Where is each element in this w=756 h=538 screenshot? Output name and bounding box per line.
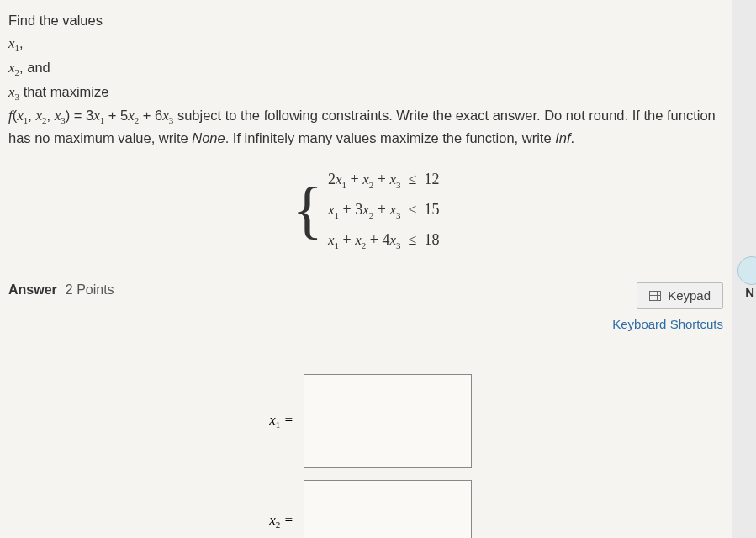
keypad-button[interactable]: Keypad: [637, 282, 723, 309]
x2-input[interactable]: [304, 480, 472, 538]
question-text: Find the values x1, x2, and x3 that maxi…: [0, 0, 732, 272]
x1-label: x1 =: [260, 412, 293, 430]
x2-input-row: x2 =: [260, 480, 472, 538]
answer-section: Answer2 Points Keypad Keyboard Shortcuts…: [0, 272, 732, 538]
brace-icon: {: [293, 177, 323, 241]
constraints-block: { 2x1 + x2 + x3 ≤ 12 x1 + 3x2 + x3 ≤ 15 …: [8, 164, 723, 255]
x1-input-row: x1 =: [260, 374, 472, 468]
keypad-label: Keypad: [668, 288, 711, 303]
x2-label: x2 =: [260, 512, 293, 530]
x1-input[interactable]: [304, 374, 472, 468]
var1-line: x1,: [8, 33, 723, 55]
var2-line: x2, and: [8, 57, 723, 80]
constraint-row-2: x1 + 3x2 + x3 ≤ 15: [328, 194, 439, 224]
function-line: f(x1, x2, x3) = 3x1 + 5x2 + 6x3 subject …: [8, 105, 723, 149]
answer-header-label: Answer2 Points: [8, 282, 114, 298]
constraint-row-3: x1 + x2 + 4x3 ≤ 18: [328, 224, 439, 255]
keyboard-shortcuts-link[interactable]: Keyboard Shortcuts: [612, 317, 723, 331]
var3-line: x3 that maximize: [8, 82, 723, 104]
side-n-label: N: [745, 285, 754, 299]
constraint-row-1: 2x1 + x2 + x3 ≤ 12: [328, 164, 439, 194]
keypad-icon: [649, 291, 661, 301]
intro-line: Find the values: [8, 10, 723, 31]
